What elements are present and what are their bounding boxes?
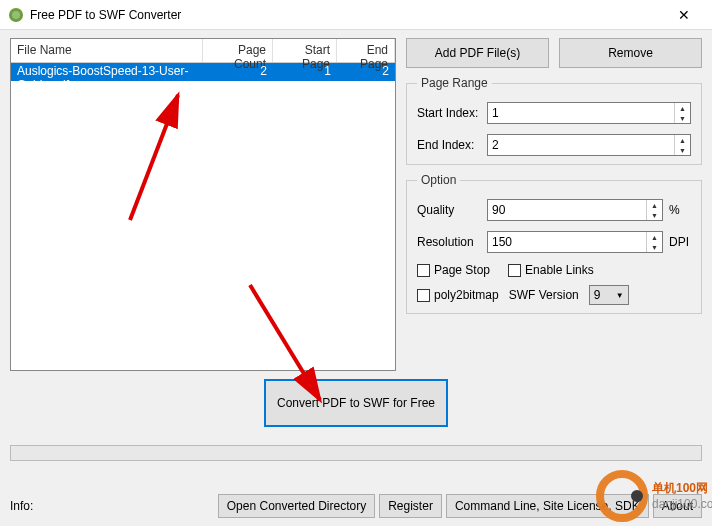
footer: Info: Open Converted Directory Register … — [10, 494, 702, 518]
chevron-down-icon: ▼ — [616, 291, 624, 300]
quality-input[interactable] — [488, 200, 646, 220]
table-row[interactable]: Auslogics-BoostSpeed-13-User-Guide.pdf 2… — [11, 63, 395, 81]
end-index-input[interactable] — [488, 135, 674, 155]
convert-label: Convert PDF to SWF for Free — [277, 396, 435, 410]
page-range-group: Page Range Start Index: ▲▼ End Index: ▲▼ — [406, 76, 702, 165]
about-label: About — [662, 499, 693, 513]
progress-bar — [10, 445, 702, 461]
cell-pagecount: 2 — [203, 63, 273, 81]
quality-spinner[interactable]: ▲▼ — [487, 199, 663, 221]
enable-links-checkbox[interactable]: Enable Links — [508, 263, 594, 277]
checkbox-box-icon — [508, 264, 521, 277]
swf-version-value: 9 — [594, 288, 601, 302]
spinner-up-icon[interactable]: ▲ — [675, 135, 690, 145]
option-group: Option Quality ▲▼ % Resolution ▲▼ DPI — [406, 173, 702, 314]
option-legend: Option — [417, 173, 460, 187]
swf-version-select[interactable]: 9 ▼ — [589, 285, 629, 305]
register-button[interactable]: Register — [379, 494, 442, 518]
window-title: Free PDF to SWF Converter — [30, 8, 664, 22]
resolution-spinner[interactable]: ▲▼ — [487, 231, 663, 253]
cell-startpage: 1 — [273, 63, 337, 81]
page-stop-checkbox[interactable]: Page Stop — [417, 263, 490, 277]
spinner-down-icon[interactable]: ▼ — [675, 145, 690, 155]
convert-button[interactable]: Convert PDF to SWF for Free — [264, 379, 448, 427]
checkbox-box-icon — [417, 264, 430, 277]
poly2bitmap-label: poly2bitmap — [434, 288, 499, 302]
register-label: Register — [388, 499, 433, 513]
file-list-panel: File Name Page Count Start Page End Page… — [10, 38, 396, 371]
open-directory-button[interactable]: Open Converted Directory — [218, 494, 375, 518]
open-dir-label: Open Converted Directory — [227, 499, 366, 513]
end-index-spinner[interactable]: ▲▼ — [487, 134, 691, 156]
app-icon — [8, 7, 24, 23]
col-header-pagecount[interactable]: Page Count — [203, 39, 273, 62]
spinner-down-icon[interactable]: ▼ — [675, 113, 690, 123]
poly2bitmap-checkbox[interactable]: poly2bitmap — [417, 288, 499, 302]
add-pdf-button[interactable]: Add PDF File(s) — [406, 38, 549, 68]
quality-suffix: % — [669, 203, 691, 217]
page-range-legend: Page Range — [417, 76, 492, 90]
cell-endpage: 2 — [337, 63, 395, 81]
spinner-up-icon[interactable]: ▲ — [647, 232, 662, 242]
cmdline-label: Command Line, Site License, SDK — [455, 499, 640, 513]
file-list-header: File Name Page Count Start Page End Page — [11, 39, 395, 63]
spinner-up-icon[interactable]: ▲ — [647, 200, 662, 210]
checkbox-box-icon — [417, 289, 430, 302]
start-index-input[interactable] — [488, 103, 674, 123]
remove-label: Remove — [608, 46, 653, 60]
resolution-suffix: DPI — [669, 235, 691, 249]
start-index-label: Start Index: — [417, 106, 487, 120]
resolution-label: Resolution — [417, 235, 487, 249]
svg-text:单机100网: 单机100网 — [651, 481, 708, 495]
start-index-spinner[interactable]: ▲▼ — [487, 102, 691, 124]
remove-button[interactable]: Remove — [559, 38, 702, 68]
enable-links-label: Enable Links — [525, 263, 594, 277]
spinner-up-icon[interactable]: ▲ — [675, 103, 690, 113]
about-button[interactable]: About — [653, 494, 702, 518]
resolution-input[interactable] — [488, 232, 646, 252]
svg-point-1 — [12, 11, 20, 19]
cell-filename: Auslogics-BoostSpeed-13-User-Guide.pdf — [11, 63, 203, 81]
spinner-down-icon[interactable]: ▼ — [647, 210, 662, 220]
add-pdf-label: Add PDF File(s) — [435, 46, 520, 60]
end-index-label: End Index: — [417, 138, 487, 152]
col-header-endpage[interactable]: End Page — [337, 39, 395, 62]
quality-label: Quality — [417, 203, 487, 217]
swf-version-label: SWF Version — [509, 288, 579, 302]
command-line-button[interactable]: Command Line, Site License, SDK — [446, 494, 649, 518]
title-bar: Free PDF to SWF Converter ✕ — [0, 0, 712, 30]
info-label: Info: — [10, 499, 214, 513]
close-button[interactable]: ✕ — [664, 0, 704, 30]
col-header-startpage[interactable]: Start Page — [273, 39, 337, 62]
page-stop-label: Page Stop — [434, 263, 490, 277]
spinner-down-icon[interactable]: ▼ — [647, 242, 662, 252]
col-header-filename[interactable]: File Name — [11, 39, 203, 62]
